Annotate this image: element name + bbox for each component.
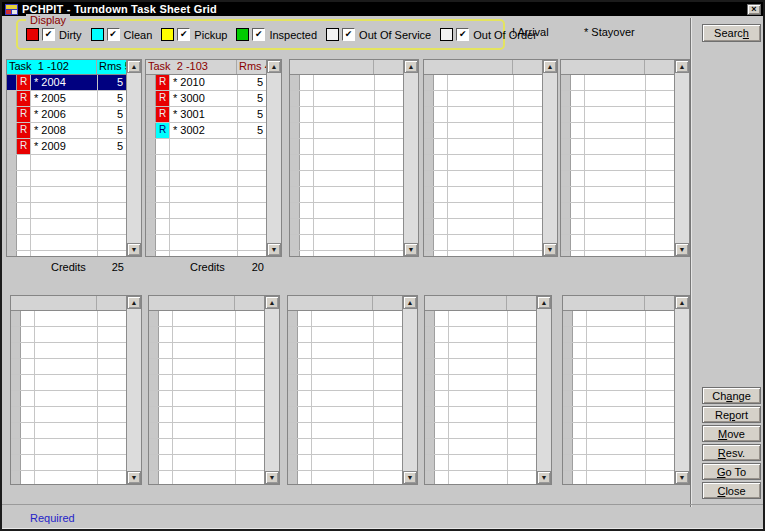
row-selector[interactable] <box>7 75 17 90</box>
row-selector[interactable] <box>11 471 21 484</box>
row-selector[interactable] <box>288 375 298 390</box>
row-selector[interactable] <box>7 219 17 234</box>
grid-row[interactable] <box>7 251 126 256</box>
row-selector[interactable] <box>425 471 435 484</box>
row-selector[interactable] <box>290 235 300 250</box>
grid-row[interactable] <box>290 219 403 235</box>
row-selector[interactable] <box>149 455 159 470</box>
grid-row[interactable] <box>149 407 264 423</box>
grid-row[interactable] <box>146 203 266 219</box>
row-selector[interactable] <box>561 91 571 106</box>
row-selector[interactable] <box>425 407 435 422</box>
grid-row[interactable] <box>288 343 402 359</box>
row-selector[interactable] <box>146 235 156 250</box>
scroll-track[interactable] <box>267 73 281 243</box>
grid-row[interactable] <box>11 471 126 484</box>
grid-row[interactable] <box>146 171 266 187</box>
grid-row[interactable] <box>561 187 674 203</box>
report-button[interactable]: Report <box>702 406 761 423</box>
row-selector[interactable] <box>288 391 298 406</box>
scroll-track[interactable] <box>543 73 557 243</box>
row-selector[interactable] <box>290 251 300 256</box>
row-selector[interactable] <box>424 187 434 202</box>
vertical-scrollbar[interactable]: ▲▼ <box>674 296 689 484</box>
row-selector[interactable] <box>146 219 156 234</box>
grid-row[interactable] <box>7 187 126 203</box>
vertical-scrollbar[interactable]: ▲▼ <box>264 296 279 484</box>
grid-row[interactable] <box>288 311 402 327</box>
goto-button[interactable]: Go To <box>702 463 761 480</box>
row-selector[interactable] <box>561 203 571 218</box>
grid-row[interactable]: R* 20055 <box>7 91 126 107</box>
grid-row[interactable] <box>424 75 542 91</box>
grid-row[interactable] <box>11 423 126 439</box>
row-selector[interactable] <box>425 343 435 358</box>
row-selector[interactable] <box>561 251 571 256</box>
grid-row[interactable] <box>561 139 674 155</box>
grid-row[interactable]: R* 20065 <box>7 107 126 123</box>
row-selector[interactable] <box>563 455 573 470</box>
scroll-up-icon[interactable]: ▲ <box>537 296 551 309</box>
grid-row[interactable] <box>290 203 403 219</box>
scroll-up-icon[interactable]: ▲ <box>127 296 141 309</box>
row-selector[interactable] <box>11 311 21 326</box>
grid-row[interactable] <box>424 235 542 251</box>
scroll-up-icon[interactable]: ▲ <box>267 60 281 73</box>
grid-row[interactable] <box>563 423 674 439</box>
row-selector[interactable] <box>424 203 434 218</box>
grid-row[interactable] <box>563 359 674 375</box>
search-button[interactable]: Search <box>702 24 761 42</box>
row-selector[interactable] <box>563 423 573 438</box>
vertical-scrollbar[interactable]: ▲▼ <box>402 296 417 484</box>
close-button[interactable]: Close <box>702 482 761 499</box>
row-selector[interactable] <box>290 171 300 186</box>
row-selector[interactable] <box>7 171 17 186</box>
row-selector[interactable] <box>290 203 300 218</box>
row-selector[interactable] <box>288 439 298 454</box>
row-selector[interactable] <box>424 139 434 154</box>
grid-row[interactable] <box>290 171 403 187</box>
grid-row[interactable] <box>563 343 674 359</box>
grid-row[interactable] <box>288 359 402 375</box>
scroll-up-icon[interactable]: ▲ <box>675 60 689 73</box>
grid-row[interactable] <box>146 155 266 171</box>
row-selector[interactable] <box>561 235 571 250</box>
row-selector[interactable] <box>563 375 573 390</box>
scroll-up-icon[interactable]: ▲ <box>403 296 417 309</box>
grid-row[interactable] <box>425 471 536 484</box>
grid-row[interactable] <box>11 343 126 359</box>
row-selector[interactable] <box>424 235 434 250</box>
row-selector[interactable] <box>288 455 298 470</box>
grid-row[interactable] <box>561 203 674 219</box>
grid-row[interactable] <box>288 375 402 391</box>
grid-row[interactable] <box>425 311 536 327</box>
row-selector[interactable] <box>146 75 156 90</box>
row-selector[interactable] <box>425 375 435 390</box>
grid-row[interactable] <box>424 171 542 187</box>
grid-row[interactable]: R* 30015 <box>146 107 266 123</box>
row-selector[interactable] <box>424 91 434 106</box>
grid-row[interactable] <box>11 407 126 423</box>
row-selector[interactable] <box>290 75 300 90</box>
row-selector[interactable] <box>563 343 573 358</box>
move-button[interactable]: Move <box>702 425 761 442</box>
grid-row[interactable] <box>149 423 264 439</box>
resv-button[interactable]: Resv. <box>702 444 761 461</box>
row-selector[interactable] <box>425 455 435 470</box>
scroll-down-icon[interactable]: ▼ <box>127 243 141 256</box>
row-selector[interactable] <box>146 171 156 186</box>
grid-row[interactable] <box>146 219 266 235</box>
row-selector[interactable] <box>11 407 21 422</box>
scroll-up-icon[interactable]: ▲ <box>543 60 557 73</box>
row-selector[interactable] <box>146 251 156 256</box>
row-selector[interactable] <box>149 471 159 484</box>
row-selector[interactable] <box>290 91 300 106</box>
row-selector[interactable] <box>561 171 571 186</box>
vertical-scrollbar[interactable]: ▲▼ <box>674 60 689 256</box>
scroll-down-icon[interactable]: ▼ <box>267 243 281 256</box>
row-selector[interactable] <box>425 359 435 374</box>
scroll-up-icon[interactable]: ▲ <box>265 296 279 309</box>
grid-row[interactable] <box>561 251 674 256</box>
grid-row[interactable] <box>424 91 542 107</box>
grid-row[interactable] <box>7 155 126 171</box>
